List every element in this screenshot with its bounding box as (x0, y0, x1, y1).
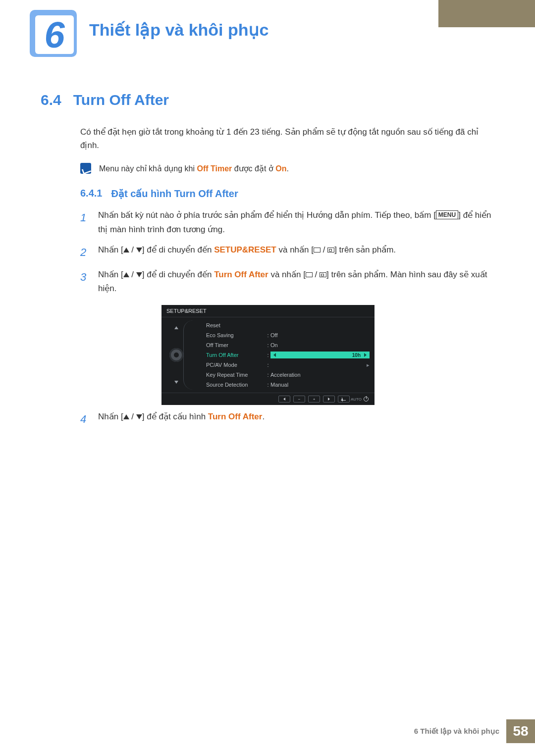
step-number: 4 (80, 410, 89, 428)
osd-slider: 10h (270, 352, 370, 358)
step-number: 2 (80, 243, 89, 261)
step-number: 3 (80, 268, 89, 297)
power-icon (363, 396, 370, 403)
osd-row-source-detection: Source Detection : Manual (206, 380, 370, 390)
slider-value: 10h (352, 353, 361, 358)
note: Menu này chỉ khả dụng khi Off Timer được… (80, 163, 495, 174)
gear-icon (169, 348, 183, 362)
osd-footer: − + AUTO (161, 393, 374, 405)
osd-row-eco-saving: Eco Saving : Off (206, 330, 370, 340)
section-title: Turn Off After (73, 92, 169, 108)
steps-list: 1 Nhấn bất kỳ nút nào ở phía trước sản p… (80, 208, 495, 296)
section-number: 6.4 (41, 92, 61, 108)
down-arrow-icon (136, 272, 142, 277)
enter-icon (320, 272, 326, 277)
select-icon (306, 272, 313, 277)
step-2: 2 Nhấn [ / ] để di chuyển đến SETUP&RESE… (80, 243, 495, 261)
section-heading: 6.4 Turn Off After (41, 92, 495, 108)
osd-screenshot: SETUP&RESET Reset Eco Saving (161, 305, 374, 405)
osd-foot-auto: AUTO (353, 396, 360, 403)
osd-foot-left-icon (278, 396, 290, 403)
up-arrow-icon (123, 248, 129, 252)
note-icon (80, 163, 91, 174)
osd-foot-plus: + (308, 396, 320, 403)
subsection-heading: 6.4.1 Đặt cấu hình Turn Off After (80, 188, 495, 200)
subsection-title: Đặt cấu hình Turn Off After (111, 188, 238, 200)
step-1: 1 Nhấn bất kỳ nút nào ở phía trước sản p… (80, 208, 495, 237)
up-arrow-icon (123, 272, 129, 277)
chapter-number: 6 (35, 15, 74, 54)
osd-row-turn-off-after: Turn Off After : 10h (206, 350, 370, 360)
osd-row-pcav-mode: PC/AV Mode : ▸ (206, 360, 370, 370)
page-footer: 6 Thiết lập và khôi phục 58 (414, 719, 535, 743)
osd-curve-decoration (183, 320, 193, 390)
step-text: Nhấn [ / ] để đặt cấu hình Turn Off Afte… (98, 410, 265, 428)
chapter-title: Thiết lập và khôi phục (89, 20, 268, 40)
osd-menu-list: Reset Eco Saving : Off Off Timer : On (191, 317, 374, 393)
intro-paragraph: Có thể đặt hẹn giờ tắt trong khoảng từ 1… (80, 125, 495, 152)
step-3: 3 Nhấn [ / ] để di chuyển đến Turn Off A… (80, 268, 495, 297)
slider-left-icon (273, 353, 276, 357)
osd-up-icon (174, 326, 178, 329)
osd-down-icon (174, 381, 178, 384)
osd-row-key-repeat: Key Repeat Time : Acceleration (206, 370, 370, 380)
footer-text: 6 Thiết lập và khôi phục (414, 727, 506, 736)
osd-title: SETUP&RESET (161, 305, 374, 317)
header-accent-bar (438, 0, 535, 27)
step-4: 4 Nhấn [ / ] để đặt cấu hình Turn Off Af… (80, 410, 495, 428)
osd-foot-return-icon (338, 396, 350, 403)
select-icon (314, 248, 321, 252)
subsection-number: 6.4.1 (80, 188, 102, 200)
chevron-right-icon: ▸ (367, 362, 370, 368)
footer-page-number: 58 (506, 719, 535, 743)
osd-side-nav (161, 317, 191, 393)
osd-row-reset: Reset (206, 320, 370, 330)
step-number: 1 (80, 208, 89, 237)
enter-icon (327, 248, 334, 252)
note-text: Menu này chỉ khả dụng khi Off Timer được… (99, 164, 289, 173)
steps-list-2: 4 Nhấn [ / ] để đặt cấu hình Turn Off Af… (80, 410, 495, 428)
step-text: Nhấn [ / ] để di chuyển đến SETUP&RESET … (98, 243, 396, 261)
chapter-tab: 6 (30, 10, 77, 57)
osd-foot-minus: − (293, 396, 305, 403)
osd-body: Reset Eco Saving : Off Off Timer : On (161, 317, 374, 393)
step-text: Nhấn [ / ] để di chuyển đến Turn Off Aft… (98, 268, 495, 297)
slider-right-icon (364, 353, 367, 357)
osd-row-off-timer: Off Timer : On (206, 340, 370, 350)
down-arrow-icon (136, 248, 142, 252)
menu-button-icon: MENU (436, 210, 458, 219)
osd-foot-right-icon (323, 396, 335, 403)
up-arrow-icon (123, 414, 129, 419)
page: 6 Thiết lập và khôi phục 6.4 Turn Off Af… (0, 0, 535, 756)
content: 6.4 Turn Off After Có thể đặt hẹn giờ tắ… (41, 92, 495, 435)
down-arrow-icon (136, 414, 142, 419)
step-text: Nhấn bất kỳ nút nào ở phía trước sản phẩ… (98, 208, 495, 237)
